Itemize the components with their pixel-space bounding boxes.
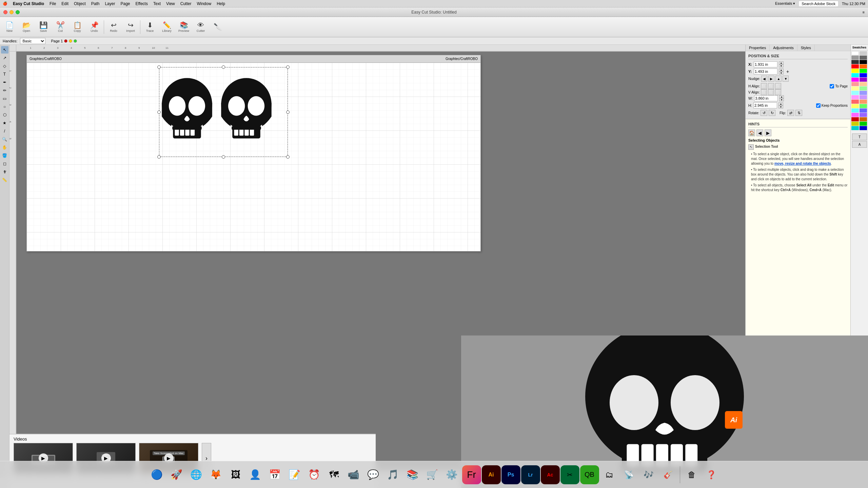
nudge-up[interactable]: ▲ — [775, 76, 782, 82]
dock-firefox[interactable]: 🦊 — [206, 465, 225, 484]
swatch-salmon[interactable] — [860, 100, 867, 104]
h-value-input[interactable] — [753, 102, 777, 108]
cutter-button[interactable]: 🔪 — [210, 18, 226, 36]
dock-system-prefs[interactable]: ⚙️ — [442, 465, 461, 484]
swatch-cyan[interactable] — [851, 73, 859, 77]
swatch-tool-2[interactable]: A — [852, 141, 867, 148]
swatch-darkgreen[interactable] — [860, 122, 867, 126]
swatch-lightgreen[interactable] — [860, 86, 867, 90]
handle-bot-right[interactable] — [286, 155, 290, 159]
swatch-green[interactable] — [860, 69, 867, 73]
swatch-blue[interactable] — [860, 73, 867, 77]
node-tool[interactable]: ◇ — [1, 62, 8, 70]
tab-styles[interactable]: Styles — [797, 45, 815, 51]
menu-window[interactable]: Window — [197, 1, 211, 6]
close-button[interactable] — [3, 10, 7, 14]
apple-menu[interactable]: 🍎 — [3, 1, 7, 6]
nudge-down[interactable]: ▼ — [783, 76, 789, 82]
dock-maps[interactable]: 🗺 — [324, 465, 343, 484]
swatch-lime[interactable] — [860, 104, 867, 108]
v-align-top[interactable]: ⬜ — [761, 89, 767, 95]
w-value-input[interactable] — [754, 95, 778, 101]
menu-help[interactable]: Help — [217, 1, 225, 6]
swatch-brown[interactable] — [860, 117, 867, 121]
save-button[interactable]: 💾 Save — [35, 18, 52, 36]
dock-quickbooks[interactable]: QB — [580, 465, 599, 484]
menu-layer[interactable]: Layer — [105, 1, 115, 6]
swatch-violet[interactable] — [860, 113, 867, 117]
swatch-gray[interactable] — [851, 56, 859, 60]
w-up[interactable]: ▲ — [779, 95, 784, 98]
ellipse-tool[interactable]: ○ — [1, 103, 8, 110]
y-down[interactable]: ▼ — [779, 72, 784, 75]
keep-prop-checkbox[interactable] — [816, 103, 821, 108]
preview-button[interactable]: 👁 Cutter — [193, 18, 209, 36]
dock-messages[interactable]: 💬 — [364, 465, 383, 484]
dock-photos[interactable]: 🖼 — [226, 465, 245, 484]
dock-illustrator[interactable]: Ai — [482, 465, 501, 484]
dock-extra1[interactable]: 🎸 — [659, 465, 678, 484]
dock-trash[interactable]: 🗑 — [682, 465, 701, 484]
dock-photoshop[interactable]: Ps — [501, 465, 520, 484]
x-down[interactable]: ▼ — [779, 64, 784, 67]
swatch-red[interactable] — [851, 64, 859, 68]
swatch-yellow[interactable] — [851, 69, 859, 73]
mat-surface[interactable]: Graphtec/CraftROBO Graphtec/CraftROBO — [26, 55, 481, 251]
swatch-nearblack[interactable] — [851, 60, 859, 64]
h-align-left[interactable]: ⬜ — [761, 83, 767, 89]
open-button[interactable]: 📂 Open — [18, 18, 35, 36]
rectangle-tool[interactable]: ▭ — [1, 95, 8, 102]
adobe-stock-search[interactable]: Search Adobe Stock — [798, 1, 839, 7]
h-down[interactable]: ▼ — [778, 105, 783, 108]
dock-facetime[interactable]: 📹 — [344, 465, 363, 484]
pan-tool[interactable]: ✋ — [1, 144, 8, 151]
dock-airdrop[interactable]: 📡 — [619, 465, 638, 484]
w-down[interactable]: ▼ — [779, 98, 784, 101]
knife-tool[interactable]: 🗡 — [1, 168, 8, 176]
app-name-menu[interactable]: Easy Cut Studio — [13, 1, 44, 6]
menu-view[interactable]: View — [166, 1, 175, 6]
library-button[interactable]: 📚 Preview — [176, 18, 192, 36]
to-page-checkbox[interactable] — [830, 84, 834, 88]
dock-help[interactable]: ❓ — [702, 465, 721, 484]
h-align-center[interactable]: ⬜ — [768, 83, 774, 89]
dock-notes[interactable]: 📝 — [285, 465, 304, 484]
measure-tool[interactable]: 📏 — [1, 176, 8, 184]
menu-path[interactable]: Path — [91, 1, 100, 6]
dock-easycut[interactable]: ✂ — [560, 465, 579, 484]
swatch-lightyellow[interactable] — [851, 86, 859, 90]
dock-appstore[interactable]: 🛒 — [423, 465, 442, 484]
swatch-orange[interactable] — [860, 64, 867, 68]
undo-button[interactable]: ↩ Redo — [105, 18, 122, 36]
menu-file[interactable]: File — [50, 1, 56, 6]
handle-mid-right[interactable] — [286, 110, 290, 114]
copy-button[interactable]: 📋 Copy — [69, 18, 85, 36]
tab-properties[interactable]: Properties — [746, 45, 770, 51]
swatch-peach[interactable] — [860, 82, 867, 86]
swatch-olive[interactable] — [851, 122, 859, 126]
hints-home[interactable]: 🏠 — [748, 129, 755, 136]
polygon-tool[interactable]: ⬡ — [1, 111, 8, 119]
maximize-button[interactable] — [16, 10, 20, 14]
direct-select-tool[interactable]: ↗ — [1, 54, 8, 62]
zoom-tool[interactable]: 🔍 — [1, 136, 8, 143]
page-dot-yellow[interactable] — [69, 39, 72, 43]
paste-button[interactable]: 📌 Undo — [86, 18, 102, 36]
tab-adjustments[interactable]: Adjustments — [770, 45, 797, 51]
h-align-right[interactable]: ⬜ — [775, 83, 781, 89]
swatch-tool-1[interactable]: T — [852, 134, 867, 140]
dock-itunes[interactable]: 🎵 — [383, 465, 402, 484]
pen-tool[interactable]: ✒ — [1, 79, 8, 86]
import-button[interactable]: ⬇ Trace — [142, 18, 158, 36]
text-tool[interactable]: T — [1, 70, 8, 78]
dock-lightroom[interactable]: Lr — [521, 465, 540, 484]
y-up[interactable]: ▲ — [779, 68, 784, 72]
flip-vertical[interactable]: ⇅ — [795, 110, 802, 116]
x-value-input[interactable] — [754, 61, 777, 67]
swatch-coral[interactable] — [851, 100, 859, 104]
swatch-sky[interactable] — [851, 108, 859, 113]
swatch-lightcyan[interactable] — [851, 91, 859, 95]
h-up[interactable]: ▲ — [778, 102, 783, 105]
swatch-white[interactable] — [851, 51, 859, 55]
swatch-hotpink[interactable] — [851, 113, 859, 117]
